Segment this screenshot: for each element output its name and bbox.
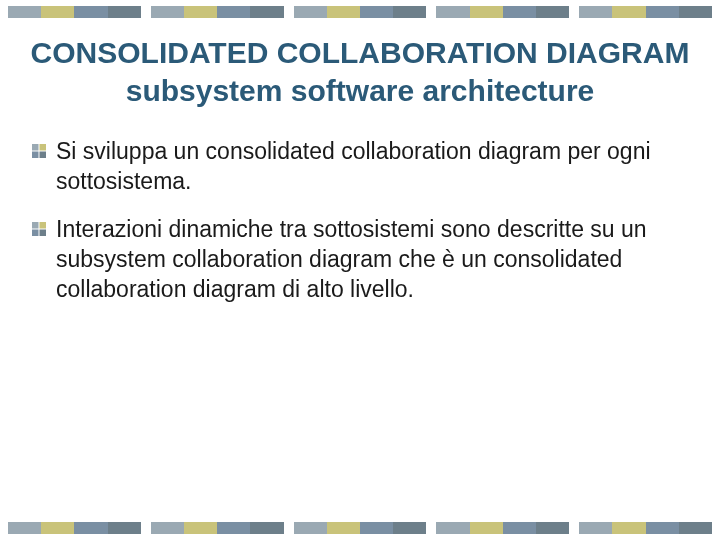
quad-bullet-icon — [32, 144, 46, 158]
title-line-2: subsystem software architecture — [126, 74, 595, 107]
svg-rect-2 — [32, 152, 39, 159]
svg-rect-4 — [32, 222, 39, 229]
svg-rect-7 — [40, 229, 47, 236]
list-item: Interazioni dinamiche tra sottosistemi s… — [32, 215, 692, 305]
svg-rect-1 — [40, 144, 47, 151]
title-line-1: CONSOLIDATED COLLABORATION DIAGRAM — [31, 36, 690, 69]
svg-rect-5 — [40, 222, 47, 229]
quad-bullet-icon — [32, 222, 46, 236]
bullet-text: Si sviluppa un consolidated collaboratio… — [56, 137, 692, 197]
slide-title: CONSOLIDATED COLLABORATION DIAGRAM subsy… — [28, 34, 692, 109]
svg-rect-0 — [32, 144, 39, 151]
svg-rect-3 — [40, 152, 47, 159]
list-item: Si sviluppa un consolidated collaboratio… — [32, 137, 692, 197]
top-border-strip — [0, 6, 720, 18]
svg-rect-6 — [32, 229, 39, 236]
bullet-list: Si sviluppa un consolidated collaboratio… — [28, 137, 692, 304]
bottom-border-strip — [0, 522, 720, 534]
slide-content: CONSOLIDATED COLLABORATION DIAGRAM subsy… — [28, 34, 692, 322]
bullet-text: Interazioni dinamiche tra sottosistemi s… — [56, 215, 692, 305]
